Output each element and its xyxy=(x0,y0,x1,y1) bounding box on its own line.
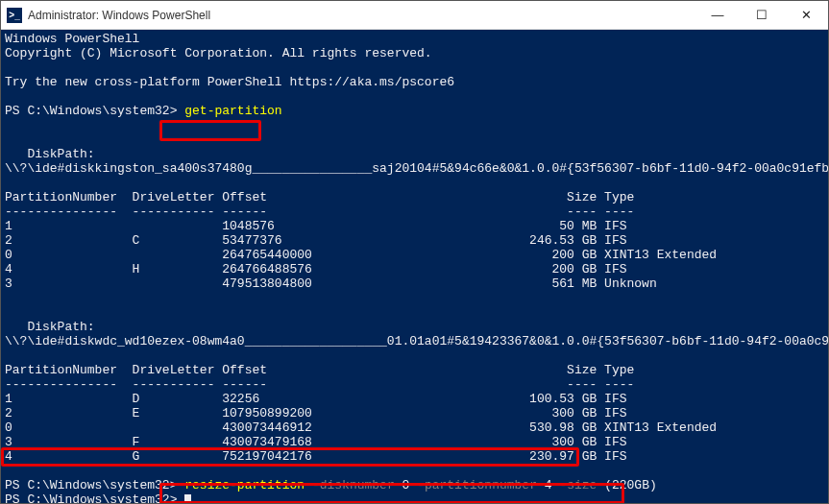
table-divider-1: --------------- ----------- ------ ---- … xyxy=(5,377,634,392)
disk1-row-0: 1 D 32256 100.53 GB IFS xyxy=(5,392,627,406)
highlight-cmd1 xyxy=(159,120,261,141)
cmd-resize-p1: -disknumber xyxy=(305,478,395,492)
close-button[interactable]: ✕ xyxy=(784,1,828,29)
cmd-get-partition: get-partition xyxy=(184,104,281,118)
header-line-1: Windows PowerShell xyxy=(5,32,139,46)
cursor xyxy=(184,494,191,503)
prompt-1: PS C:\Windows\system32> xyxy=(5,104,177,118)
powershell-window: >_ Administrator: Windows PowerShell — ☐… xyxy=(0,0,829,504)
minimize-button[interactable]: — xyxy=(695,1,740,29)
cmd-resize-v3: (220GB) xyxy=(597,478,656,492)
disk1-row-3: 3 F 430073479168 300 GB IFS xyxy=(5,435,627,449)
table-divider-0: --------------- ----------- ------ ---- … xyxy=(5,204,634,219)
disk0-label: DiskPath: xyxy=(5,147,95,161)
disk0-row-4: 3 479513804800 561 MB Unknown xyxy=(5,276,657,291)
disk1-row-4: 4 G 752197042176 230.97 GB IFS xyxy=(5,449,627,464)
window-controls: — ☐ ✕ xyxy=(695,1,828,29)
disk1-row-1: 2 E 107950899200 300 GB IFS xyxy=(5,406,627,420)
cmd-resize-cmdlet: resize-partition xyxy=(184,478,305,492)
maximize-button[interactable]: ☐ xyxy=(740,1,784,29)
disk0-row-1: 2 C 53477376 246.53 GB IFS xyxy=(5,233,627,248)
cmd-resize-v1: 0 xyxy=(395,478,410,492)
disk1-path: \\?\ide#diskwdc_wd10ezex-08wm4a0________… xyxy=(5,334,828,348)
table-header-0: PartitionNumber DriveLetter Offset Size … xyxy=(5,190,634,204)
titlebar[interactable]: >_ Administrator: Windows PowerShell — ☐… xyxy=(1,1,828,30)
cmd-resize-p2: -partitionnumber xyxy=(409,478,537,492)
prompt-3: PS C:\Windows\system32> xyxy=(5,492,177,503)
terminal-body[interactable]: Windows PowerShell Copyright (C) Microso… xyxy=(1,30,828,503)
window-title: Administrator: Windows PowerShell xyxy=(28,9,695,22)
try-line: Try the new cross-platform PowerShell ht… xyxy=(5,75,454,89)
cmd-resize-p3: -size xyxy=(552,478,597,492)
disk0-row-0: 1 1048576 50 MB IFS xyxy=(5,219,627,233)
cmd-resize-v2: 4 xyxy=(537,478,552,492)
prompt-2: PS C:\Windows\system32> xyxy=(5,478,177,492)
disk0-row-3: 4 H 264766488576 200 GB IFS xyxy=(5,262,627,276)
disk1-label: DiskPath: xyxy=(5,320,95,334)
header-line-2: Copyright (C) Microsoft Corporation. All… xyxy=(5,46,432,60)
table-header-1: PartitionNumber DriveLetter Offset Size … xyxy=(5,363,634,377)
disk1-row-2: 0 430073446912 530.98 GB XINT13 Extended xyxy=(5,420,717,435)
powershell-icon: >_ xyxy=(7,8,22,23)
disk0-row-2: 0 264765440000 200 GB XINT13 Extended xyxy=(5,248,717,262)
disk0-path: \\?\ide#diskkingston_sa400s37480g_______… xyxy=(5,161,828,176)
